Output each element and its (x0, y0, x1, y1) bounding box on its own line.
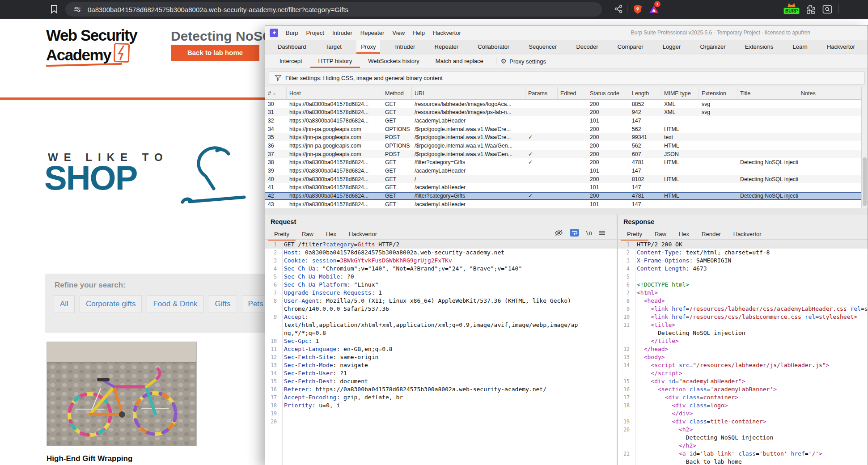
table-row[interactable]: 39https://0a8300ba041578d6824...GET/acad… (265, 167, 862, 175)
banner-rule (0, 97, 295, 100)
table-row[interactable]: 38https://0a8300ba041578d6824...GET/filt… (265, 158, 862, 167)
response-editor-line: </div> (618, 410, 868, 418)
filter-gifts[interactable]: Gifts (209, 295, 237, 313)
response-editor-line: 13 <body> (618, 353, 868, 361)
request-editor-line: 9Accept: (265, 313, 617, 321)
show-newlines-icon[interactable]: \n (586, 230, 592, 236)
table-row[interactable]: 37https://jnn-pa.googleapis.comPOST/$rpc… (265, 150, 862, 158)
menu-burp[interactable]: Burp (282, 27, 302, 39)
response-title: Response (623, 218, 868, 225)
column-header-title[interactable]: Title (737, 87, 798, 99)
column-header-#[interactable]: #∧ (265, 87, 287, 99)
column-header-length[interactable]: Length (629, 87, 661, 99)
filter-settings-bar[interactable]: Filter settings: Hiding CSS, image and g… (269, 71, 865, 85)
url-bar[interactable]: 0a8300ba041578d6824575b300a8002a.web-sec… (65, 2, 602, 17)
response-editor-line: 4Content-Length: 4673 (618, 265, 868, 273)
column-header-notes[interactable]: Notes (798, 87, 864, 99)
gear-icon: ⚙ (501, 57, 507, 65)
response-editor[interactable]: 1HTTP/2 200 OK2Content-Type: text/html; … (618, 241, 868, 465)
column-header-extension[interactable]: Extension (699, 87, 737, 99)
table-row[interactable]: 34https://jnn-pa.googleapis.comOPTIONS/$… (265, 125, 862, 133)
filter-food-drink[interactable]: Food & Drink (147, 295, 203, 313)
request-editor-line: 15Sec-Fetch-Dest: document (265, 377, 617, 385)
column-header-method[interactable]: Method (382, 87, 412, 99)
table-row[interactable]: 35https://jnn-pa.googleapis.comPOST/$rpc… (265, 133, 862, 142)
burp-menubar: BurpProjectIntruderRepeaterViewHelpHackv… (265, 25, 868, 40)
tab-dashboard[interactable]: Dashboard (273, 40, 311, 54)
response-editor-line: 9 <link href=/resources/labheader/css/ac… (618, 305, 868, 313)
bookmark-icon[interactable] (50, 4, 58, 14)
tab-collaborator[interactable]: Collaborator (473, 40, 514, 54)
column-header-host[interactable]: Host (287, 87, 382, 99)
share-icon[interactable] (614, 4, 623, 14)
extensions-puzzle-icon[interactable] (805, 4, 816, 15)
request-editor-line: 10Sec-Gpc: 1 (265, 337, 617, 345)
menu-project[interactable]: Project (302, 27, 328, 39)
table-row[interactable]: 42https://0a8300ba041578d6824...GET/filt… (265, 192, 862, 200)
request-editor-line: 8User-Agent: Mozilla/5.0 (X11; Linux x86… (265, 297, 617, 305)
tab-intruder[interactable]: Intruder (391, 40, 420, 54)
subtab-match-and-replace[interactable]: Match and replace (428, 55, 491, 68)
subtab-divider (496, 57, 496, 65)
history-table-header: #∧HostMethodURLParamsEditedStatus codeLe… (265, 87, 862, 100)
column-header-edited[interactable]: Edited (558, 87, 587, 99)
product-image[interactable] (47, 342, 197, 446)
brave-rewards-icon[interactable]: 1 (648, 0, 661, 19)
table-row[interactable]: 43https://0a8300ba041578d6824...GET/acad… (265, 200, 862, 208)
filter-corporate-gifts[interactable]: Corporate gifts (80, 295, 142, 313)
tab-logger[interactable]: Logger (658, 40, 685, 54)
word-wrap-icon[interactable] (570, 229, 579, 237)
column-header-status-code[interactable]: Status code (587, 87, 629, 99)
table-row[interactable]: 31https://0a8300ba041578d6824...GET/reso… (265, 108, 862, 117)
filter-all[interactable]: All (54, 295, 75, 313)
subtab-proxy-settings[interactable]: ⚙ Proxy settings (501, 57, 546, 65)
scrollbar-thumb[interactable] (863, 157, 867, 206)
table-row[interactable]: 40https://0a8300ba041578d6824...GET/2008… (265, 175, 862, 183)
tab-extensions[interactable]: Extensions (741, 40, 778, 54)
shop-logo: SHOP (44, 158, 137, 197)
table-row[interactable]: 36https://jnn-pa.googleapis.comOPTIONS/$… (265, 141, 862, 150)
tab-decoder[interactable]: Decoder (572, 40, 602, 54)
panel-splitter[interactable] (265, 208, 868, 215)
subtab-http-history[interactable]: HTTP history (310, 55, 360, 68)
tab-sequencer[interactable]: Sequencer (524, 40, 561, 54)
request-editor-line: 5Sec-Ch-Ua-Mobile: ?0 (265, 273, 617, 281)
tab-underline-rule (265, 239, 617, 240)
tab-repeater[interactable]: Repeater (430, 40, 463, 54)
hide-nonprintable-icon[interactable] (555, 229, 563, 237)
search-tabs-icon[interactable] (822, 4, 833, 15)
tab-target[interactable]: Target (321, 40, 346, 54)
menu-intruder[interactable]: Intruder (328, 27, 356, 39)
subtab-websockets-history[interactable]: WebSockets history (360, 55, 428, 68)
response-editor-line: Detecting NoSQL injection (618, 434, 868, 442)
site-settings-icon[interactable] (73, 5, 81, 13)
proxy-extension-icon[interactable]: BURP (783, 3, 800, 16)
menu-help[interactable]: Help (409, 27, 429, 39)
table-scrollbar[interactable] (861, 87, 868, 208)
table-row[interactable]: 41https://0a8300ba041578d6824...GET/acad… (265, 183, 862, 192)
menu-repeater[interactable]: Repeater (356, 27, 388, 39)
brave-shield-icon[interactable] (632, 4, 643, 15)
table-row[interactable]: 32https://0a8300ba041578d6824...GET/acad… (265, 116, 862, 125)
subtab-intercept[interactable]: Intercept (271, 55, 310, 68)
tab-organizer[interactable]: Organizer (695, 40, 730, 54)
rewards-notification-badge: 1 (654, 1, 661, 7)
back-to-lab-home-button[interactable]: Back to lab home (171, 45, 259, 61)
response-editor-line: 10 <link href=/resources/css/labsEcommer… (618, 313, 868, 321)
column-header-url[interactable]: URL (412, 87, 525, 99)
tab-learn[interactable]: Learn (788, 40, 812, 54)
menu-hackvertor[interactable]: Hackvertor (429, 27, 465, 39)
editor-menu-icon[interactable] (599, 231, 605, 235)
tab-proxy[interactable]: Proxy (356, 40, 380, 54)
table-row[interactable]: 30https://0a8300ba041578d6824...GET/reso… (265, 100, 862, 108)
tab-hackvertor[interactable]: Hackvertor (822, 40, 860, 54)
column-header-params[interactable]: Params (525, 87, 558, 99)
menu-view[interactable]: View (388, 27, 409, 39)
proxy-subtab-list: InterceptHTTP historyWebSockets historyM… (271, 55, 491, 68)
column-header-mime-type[interactable]: MIME type (661, 87, 699, 99)
response-editor-line: 6<!DOCTYPE html> (618, 281, 868, 289)
tab-comparer[interactable]: Comparer (613, 40, 648, 54)
product-image-bicycle (47, 342, 197, 446)
request-editor[interactable]: 1GET /filter?category=Gifts HTTP/22Host:… (265, 241, 617, 465)
web-security-academy-logo[interactable]: Web Security Academy (46, 28, 137, 63)
